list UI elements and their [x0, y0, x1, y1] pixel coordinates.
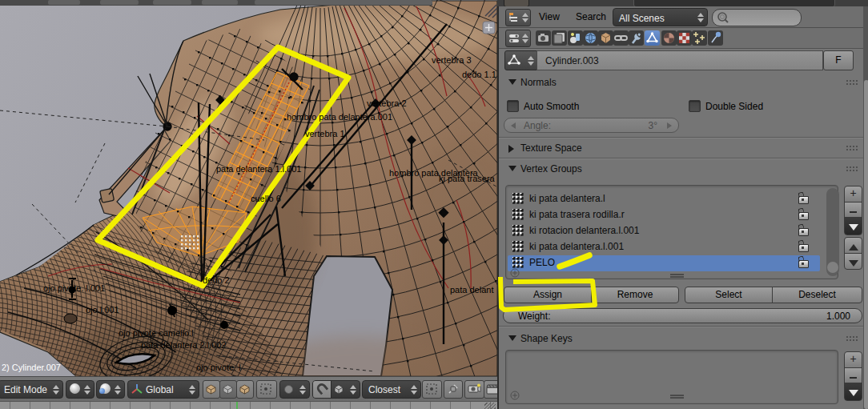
- svg-text:dedo 1.1: dedo 1.1: [462, 70, 496, 79]
- svg-text:ojo.l.001: ojo.l.001: [86, 305, 119, 315]
- svg-text:pata delant: pata delant: [450, 285, 493, 295]
- svg-text:ojo pivote camello.l: ojo pivote camello.l: [119, 328, 194, 338]
- svg-text:ki pata trasera: ki pata trasera: [439, 174, 496, 183]
- svg-text:cuello 6: cuello 6: [251, 194, 281, 203]
- svg-text:vertebra 2: vertebra 2: [367, 98, 407, 108]
- svg-text:vertebra 1: vertebra 1: [305, 129, 345, 138]
- svg-text:vertebra 3: vertebra 3: [432, 55, 472, 65]
- svg-text:ojo pivote. l: ojo pivote. l: [196, 363, 241, 372]
- svg-text:hombro pata delantera.001: hombro pata delantera.001: [287, 112, 392, 122]
- svg-text:2) Cylinder.007: 2) Cylinder.007: [2, 363, 61, 372]
- svg-text:pata delantera 1.l.001: pata delantera 1.l.001: [216, 164, 301, 174]
- svg-text:ojo pivote. l.001: ojo pivote. l.001: [43, 283, 105, 293]
- svg-text:pata delantera 2.l.002: pata delantera 2.l.002: [141, 340, 226, 350]
- svg-text:dedo 2: dedo 2: [203, 275, 230, 285]
